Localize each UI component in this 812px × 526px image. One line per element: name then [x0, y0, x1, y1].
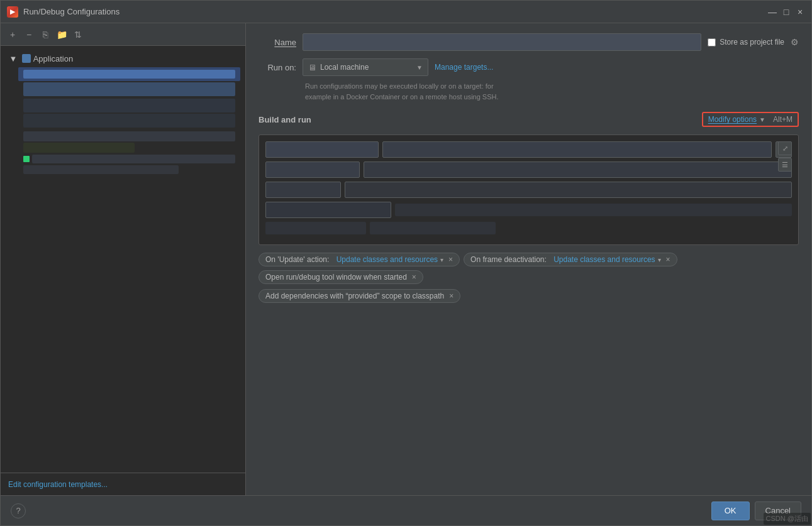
tags-area: On 'Update' action: Update classes and r… [259, 253, 799, 284]
title-bar-controls: — □ × [767, 7, 805, 17]
expand-button[interactable]: □ [781, 7, 791, 17]
tag-prefix-1: On 'Update' action: [265, 255, 329, 264]
tag-value-2: Update classes and resources [553, 255, 655, 264]
content-area: + − ⎘ 📁 ⇅ ▼ Application [1, 23, 811, 495]
right-side-icons: ⤢ ☰ [778, 141, 792, 172]
tag-open-tool-window: Open run/debug tool window when started … [259, 270, 423, 284]
build-row-5 [265, 222, 792, 234]
hint-text: Run configurations may be executed local… [305, 81, 799, 102]
build-row-4 [265, 202, 792, 218]
modify-options-label: Modify options [708, 115, 757, 124]
csdn-watermark: CSDN @活由 [764, 513, 811, 525]
minimize-button[interactable]: — [767, 7, 777, 17]
tag-value-4: Add dependencies with “provided” scope t… [265, 292, 444, 300]
manage-targets-link[interactable]: Manage targets... [435, 63, 493, 72]
build-row-1: ⋯ [265, 141, 792, 158]
store-as-project-row: Store as project file ⚙ [708, 37, 799, 47]
store-as-project-checkbox[interactable] [708, 38, 716, 47]
build-row-2 [265, 162, 792, 178]
dialog-title: Run/Debug Configurations [23, 7, 767, 16]
store-label: Store as project file [720, 38, 784, 47]
expand-icon-button[interactable]: ⤢ [778, 141, 792, 155]
name-label: Name [259, 38, 296, 47]
tag-value-3: Open run/debug tool window when started [265, 273, 407, 282]
folder-button[interactable]: 📁 [55, 28, 69, 41]
dropdown-arrow-icon: ▼ [416, 64, 423, 71]
tag-update-action: On 'Update' action: Update classes and r… [259, 253, 460, 266]
name-input[interactable] [303, 33, 701, 51]
tag-prefix-2: On frame deactivation: [470, 255, 547, 264]
machine-label: Local machine [320, 63, 413, 72]
sidebar-toolbar: + − ⎘ 📁 ⇅ [1, 23, 245, 46]
application-group: ▼ Application [1, 48, 245, 178]
sidebar-item[interactable] [18, 67, 240, 81]
tag-dropdown-2[interactable]: ▾ [658, 256, 661, 263]
hint-line1: Run configurations may be executed local… [305, 82, 494, 90]
app-config-icon [22, 54, 31, 63]
tag-close-2[interactable]: × [666, 256, 670, 263]
tag-close-3[interactable]: × [412, 273, 416, 281]
modify-options-button[interactable]: Modify options ▼ Alt+M [702, 112, 799, 127]
tag-add-dependencies: Add dependencies with “provided” scope t… [259, 289, 460, 303]
gear-icon[interactable]: ⚙ [791, 37, 799, 47]
machine-dropdown[interactable]: 🖥 Local machine ▼ [303, 58, 428, 76]
sidebar-items [6, 67, 240, 174]
run-debug-dialog: ▶ Run/Debug Configurations — □ × + − ⎘ 📁… [0, 0, 812, 526]
tag-close-4[interactable]: × [449, 292, 453, 300]
sort-button[interactable]: ⇅ [71, 28, 85, 41]
run-on-label: Run on: [259, 63, 296, 72]
edit-templates-link[interactable]: Edit configuration templates... [8, 480, 108, 489]
section-header-row: Build and run Modify options ▼ Alt+M [259, 112, 799, 127]
modify-shortcut: Alt+M [773, 115, 793, 124]
modify-dropdown-icon: ▼ [759, 116, 765, 123]
ok-button[interactable]: OK [711, 501, 750, 520]
run-on-row: Run on: 🖥 Local machine ▼ Manage targets… [259, 58, 799, 76]
sidebar-list: ▼ Application [1, 46, 245, 473]
chevron-icon: ▼ [8, 53, 18, 63]
sidebar-footer: Edit configuration templates... [1, 473, 245, 495]
build-area: ⋯ [259, 134, 799, 245]
name-row: Name Store as project file ⚙ [259, 33, 799, 51]
application-label: Application [33, 54, 74, 63]
close-button[interactable]: × [795, 7, 805, 17]
dialog-footer: ? OK Cancel [1, 495, 811, 525]
tag-frame-deactivation: On frame deactivation: Update classes an… [464, 253, 677, 266]
computer-icon: 🖥 [308, 63, 316, 72]
main-panel: Name Store as project file ⚙ Run on: 🖥 L… [246, 23, 811, 495]
build-row-3 [265, 182, 792, 198]
tag-dropdown-1[interactable]: ▾ [440, 256, 443, 263]
green-status-icon [23, 156, 30, 162]
application-group-header[interactable]: ▼ Application [6, 51, 240, 66]
title-bar: ▶ Run/Debug Configurations — □ × [1, 1, 811, 23]
tag-value-1: Update classes and resources [336, 255, 438, 264]
tag-close-1[interactable]: × [448, 256, 453, 263]
copy-config-button[interactable]: ⎘ [38, 28, 52, 41]
list-icon-button[interactable]: ☰ [778, 158, 792, 172]
section-title: Build and run [259, 115, 311, 124]
hint-line2: example in a Docker Container or on a re… [305, 93, 499, 101]
tags-area-2: Add dependencies with “provided” scope t… [259, 289, 799, 303]
add-config-button[interactable]: + [6, 28, 19, 41]
help-button[interactable]: ? [11, 503, 26, 518]
remove-config-button[interactable]: − [22, 28, 36, 41]
sidebar: + − ⎘ 📁 ⇅ ▼ Application [1, 23, 246, 495]
app-icon: ▶ [7, 6, 18, 18]
